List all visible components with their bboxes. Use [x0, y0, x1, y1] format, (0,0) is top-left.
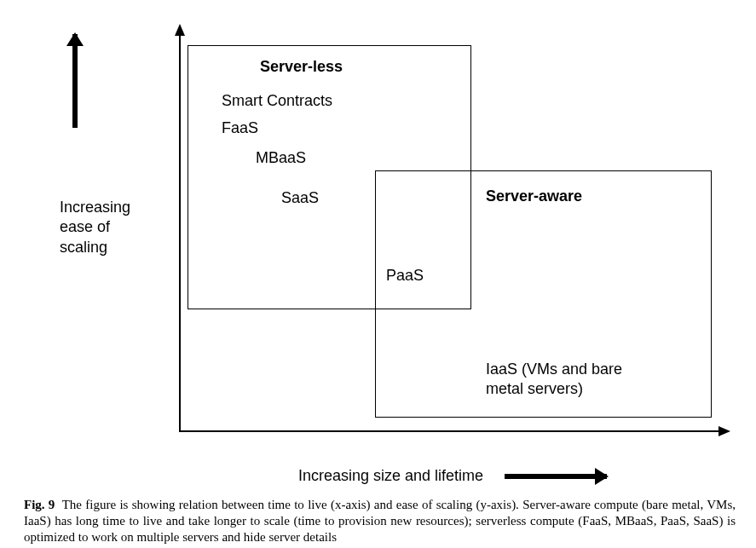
item-mbaas: MBaaS [256, 149, 306, 167]
item-iaas-line2: metal servers) [486, 379, 622, 399]
y-axis-line [179, 26, 181, 430]
x-axis-thick-arrow-icon [505, 474, 607, 479]
item-iaas: IaaS (VMs and bare metal servers) [486, 360, 622, 400]
serveraware-title: Server-aware [486, 187, 582, 205]
y-axis-label: Increasing ease of scaling [60, 198, 130, 257]
y-axis-label-line1: Increasing [60, 198, 130, 217]
y-axis-label-line3: scaling [60, 238, 130, 257]
figure-number: Fig. 9 [24, 498, 55, 511]
item-faas: FaaS [222, 119, 258, 137]
chart-area: Server-less Smart Contracts FaaS MBaaS S… [132, 26, 729, 435]
serverless-title: Server-less [260, 58, 343, 76]
item-saas: SaaS [281, 189, 319, 207]
y-axis-thick-arrow [72, 34, 78, 128]
x-axis-arrowhead-icon [718, 426, 730, 436]
x-axis-label-text: Increasing size and lifetime [298, 467, 483, 485]
caption-text: The figure is showing relation between t… [24, 498, 736, 544]
figure-caption: Fig. 9 The figure is showing relation be… [24, 497, 736, 545]
y-axis-arrowhead-icon [175, 24, 185, 36]
y-axis-label-line2: ease of [60, 217, 130, 237]
x-axis-label-container: Increasing size and lifetime [298, 467, 607, 485]
item-smart-contracts: Smart Contracts [222, 92, 332, 110]
item-iaas-line1: IaaS (VMs and bare [486, 360, 622, 379]
item-paas: PaaS [386, 267, 424, 285]
x-axis-line [179, 430, 720, 432]
